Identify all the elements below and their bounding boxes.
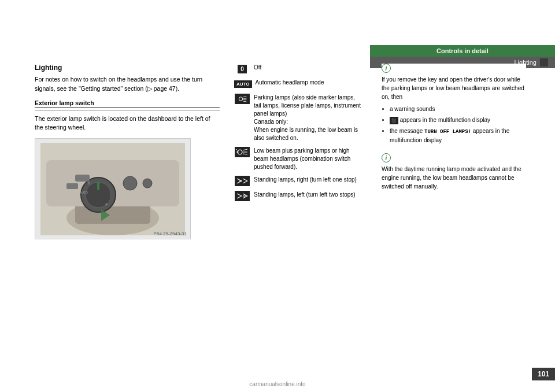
lamp-entry-auto: AUTO Automatic headlamp mode bbox=[234, 79, 361, 89]
car-image: 0 AUTO ☀ ⊕ P54.25-2943-31 bbox=[35, 138, 191, 239]
lamp-text-standing-left: Standing lamps, left (turn left two stop… bbox=[254, 191, 356, 199]
svg-text:P: P bbox=[243, 194, 246, 198]
info-box-2: i With the daytime running lamp mode act… bbox=[382, 153, 526, 191]
svg-rect-14 bbox=[66, 183, 78, 189]
page-number: 101 bbox=[532, 368, 555, 380]
svg-point-11 bbox=[123, 176, 137, 190]
lighting-title: Lighting bbox=[35, 64, 220, 72]
info-box-1: i If you remove the key and open the dri… bbox=[382, 64, 526, 145]
bullet-turn-off-message: the message TURN OFF LAMPS! appears in t… bbox=[390, 127, 526, 145]
right-column: i If you remove the key and open the dri… bbox=[382, 64, 526, 199]
svg-text:⊕: ⊕ bbox=[105, 202, 108, 206]
info-box-1-intro: If you remove the key and open the drive… bbox=[382, 75, 526, 101]
auto-icon: AUTO bbox=[234, 80, 252, 88]
lamp-text-lowbeam: Low beam plus parking lamps or high beam… bbox=[254, 147, 361, 171]
standing-left-icon: P bbox=[235, 191, 250, 201]
lamp-icon-lowbeam bbox=[234, 147, 250, 157]
info-box-2-text: With the daytime running lamp mode activ… bbox=[382, 165, 526, 191]
svg-text:P: P bbox=[239, 179, 242, 183]
parking-icon bbox=[235, 94, 250, 104]
intro-text: For notes on how to switch on the headla… bbox=[35, 75, 220, 94]
subsection-text: The exterior lamp switch is located on t… bbox=[35, 114, 220, 133]
exterior-lamp-switch-title: Exterior lamp switch bbox=[35, 99, 220, 108]
info-box-1-bullets: a warning sounds ⬛ appears in the multif… bbox=[382, 105, 526, 145]
car-svg-illustration: 0 AUTO ☀ ⊕ bbox=[40, 143, 185, 235]
lighting-square-icon bbox=[540, 58, 548, 66]
middle-column: 0 Off AUTO Automatic headlamp mode bbox=[234, 64, 361, 206]
lamp-icon-auto: AUTO bbox=[234, 79, 252, 89]
lamp-icon-off: 0 bbox=[234, 64, 250, 74]
svg-point-12 bbox=[143, 179, 152, 188]
info-icon-1: i bbox=[382, 64, 391, 73]
turn-off-lamps-text: TURN OFF LAMPS! bbox=[424, 129, 471, 135]
controls-in-detail-label: Controls in detail bbox=[370, 45, 555, 57]
lamp-text-standing-right: Standing lamps, right (turn left one sto… bbox=[254, 176, 357, 184]
lamp-icon-parking bbox=[234, 94, 250, 104]
svg-point-28 bbox=[236, 151, 239, 153]
left-column: Lighting For notes on how to switch on t… bbox=[35, 64, 220, 239]
svg-rect-6 bbox=[97, 182, 99, 190]
lamp-text-parking: Parking lamps (also side marker lamps, t… bbox=[254, 94, 361, 142]
svg-rect-13 bbox=[75, 175, 90, 182]
off-icon: 0 bbox=[238, 65, 247, 73]
lamp-icon-standing-right: P bbox=[234, 176, 250, 186]
lamp-entry-parking: Parking lamps (also side marker lamps, t… bbox=[234, 94, 361, 142]
lamp-text-auto: Automatic headlamp mode bbox=[256, 79, 324, 87]
lamp-entry-standing-left: P Standing lamps, left (turn left two st… bbox=[234, 191, 361, 201]
lamp-text-off: Off bbox=[254, 64, 261, 72]
lowbeam-icon bbox=[235, 147, 250, 157]
watermark: carmanualsonline.info bbox=[249, 381, 305, 387]
display-icon: ⬛ bbox=[390, 117, 398, 124]
bullet-warning-sounds: a warning sounds bbox=[390, 105, 526, 114]
lamp-icon-standing-left: P bbox=[234, 191, 250, 201]
lamp-entry-lowbeam: Low beam plus parking lamps or high beam… bbox=[234, 147, 361, 171]
bullet-icon-display: ⬛ appears in the multifunction display bbox=[390, 116, 526, 125]
lamp-entry-standing-right: P Standing lamps, right (turn left one s… bbox=[234, 176, 361, 186]
info-icon-2: i bbox=[382, 153, 391, 162]
lamp-entry-off: 0 Off bbox=[234, 64, 361, 74]
image-label: P54.25-2943-31 bbox=[154, 231, 187, 236]
svg-text:AUTO: AUTO bbox=[80, 191, 88, 194]
divider bbox=[35, 110, 220, 111]
standing-right-icon: P bbox=[235, 176, 250, 186]
